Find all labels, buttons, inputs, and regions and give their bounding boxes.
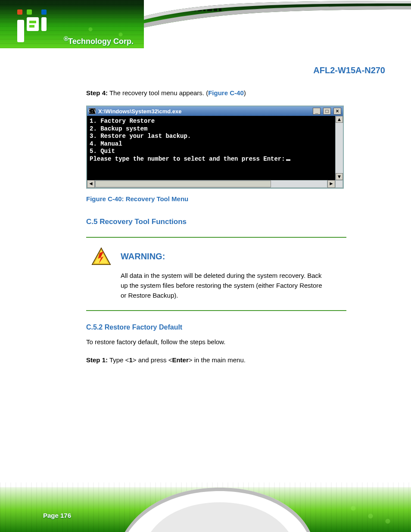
- hscroll-thumb[interactable]: [95, 180, 271, 187]
- divider-top: [86, 237, 346, 238]
- header-swoosh: [144, 0, 411, 48]
- step-4-line: Step 4: The recovery tool menu appears. …: [86, 88, 346, 98]
- cmd-prompt-line: Please type the number to select and the…: [90, 156, 333, 163]
- logo-letter-e: [27, 17, 39, 31]
- cmd-titlebar: C:\ X:\Windows\System32\cmd.exe _ □ ×: [87, 106, 343, 116]
- figure-caption: Figure C-40: Recovery Tool Menu: [86, 194, 346, 204]
- hscroll-track[interactable]: [95, 180, 327, 188]
- footer-swoosh: [125, 482, 310, 532]
- divider-bottom: [86, 310, 346, 311]
- section-heading: C.5 Recovery Tool Functions: [86, 216, 346, 227]
- warning-icon: [91, 247, 111, 265]
- cmd-line: 1. Factory Restore: [90, 118, 333, 125]
- subsection-intro: To restore factory default, follow the s…: [86, 337, 346, 347]
- vertical-scrollbar[interactable]: ▲ ▼: [335, 116, 343, 180]
- cmd-icon: C:\: [89, 108, 96, 114]
- cmd-line: 5. Quit: [90, 148, 333, 156]
- scroll-right-button[interactable]: ►: [327, 180, 335, 188]
- maximize-button[interactable]: □: [323, 108, 331, 115]
- scrollbar-corner: [335, 180, 343, 188]
- close-button[interactable]: ×: [333, 108, 341, 115]
- step-intro-text: The recovery tool menu appears. (: [109, 89, 208, 96]
- page-number: Page 176: [43, 512, 71, 519]
- logo-dot-green: [27, 9, 32, 15]
- page-footer-banner: Page 176: [0, 482, 411, 532]
- cmd-line: 4. Manual: [90, 140, 333, 148]
- scroll-up-button[interactable]: ▲: [336, 116, 343, 123]
- logo-letter-i-1: [17, 20, 24, 42]
- figure-ref-link[interactable]: Figure C-40: [208, 89, 244, 96]
- warning-text: All data in the system will be deleted d…: [121, 271, 323, 301]
- step-1-label: Step 1:: [86, 356, 108, 364]
- cmd-window: C:\ X:\Windows\System32\cmd.exe _ □ × 1.…: [86, 106, 344, 189]
- page-header-banner: ®®Technology Corp.Technology Corp.: [0, 0, 411, 48]
- logo-dot-blue: [41, 9, 47, 15]
- step-1-line: Step 1: Type <1> and press <Enter> in th…: [86, 355, 346, 365]
- product-title: AFL2-W15A-N270: [313, 65, 385, 75]
- step-label: Step 4:: [86, 89, 108, 96]
- warning-block: WARNING: All data in the system will be …: [91, 247, 341, 301]
- logo-letter-i-2: [41, 17, 47, 31]
- cursor-icon: [286, 159, 290, 161]
- horizontal-scrollbar[interactable]: ◄ ►: [87, 180, 343, 188]
- iei-logo: ®®Technology Corp.Technology Corp.: [17, 9, 47, 42]
- cmd-line: 2. Backup system: [90, 125, 333, 133]
- cmd-title: X:\Windows\System32\cmd.exe: [98, 108, 310, 115]
- brand-text: ®®Technology Corp.Technology Corp.: [64, 35, 134, 46]
- warning-title: WARNING:: [121, 250, 165, 263]
- logo-dot-red: [17, 9, 22, 15]
- subsection-heading: C.5.2 Restore Factory Default: [86, 322, 346, 333]
- scroll-left-button[interactable]: ◄: [87, 180, 95, 188]
- cmd-terminal[interactable]: 1. Factory Restore 2. Backup system 3. R…: [87, 116, 335, 180]
- page-content: AFL2-W15A-N270 Step 4: The recovery tool…: [0, 48, 411, 482]
- scroll-down-button[interactable]: ▼: [336, 173, 343, 180]
- minimize-button[interactable]: _: [313, 108, 321, 115]
- cmd-line: 3. Restore your last backup.: [90, 133, 333, 140]
